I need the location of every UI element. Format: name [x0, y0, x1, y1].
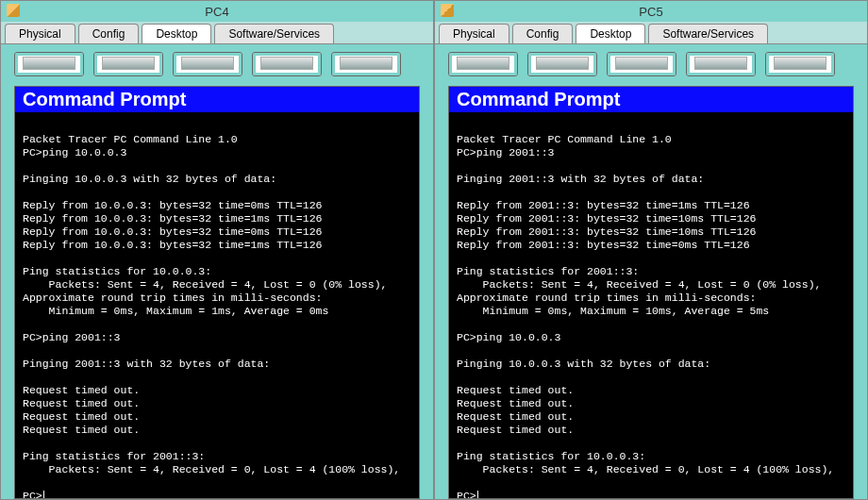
tab-config[interactable]: Config	[78, 24, 140, 43]
window-pc4: PC4 Physical Config Desktop Software/Ser…	[0, 0, 434, 500]
desktop-area: Command Prompt Packet Tracer PC Command …	[435, 44, 867, 499]
titlebar[interactable]: PC4	[1, 1, 433, 22]
command-prompt-window: Command Prompt Packet Tracer PC Command …	[14, 86, 420, 499]
window-title: PC4	[205, 5, 228, 19]
tab-software-services[interactable]: Software/Services	[214, 24, 334, 43]
tabs: Physical Config Desktop Software/Service…	[1, 22, 433, 44]
desktop-icon[interactable]	[686, 52, 756, 76]
command-prompt-window: Command Prompt Packet Tracer PC Command …	[448, 86, 854, 499]
desktop-icon[interactable]	[448, 52, 518, 76]
window-pc5: PC5 Physical Config Desktop Software/Ser…	[434, 0, 868, 500]
command-prompt-title: Command Prompt	[449, 87, 853, 112]
desktop-icon[interactable]	[14, 52, 84, 76]
app-icon	[7, 4, 20, 17]
app-icon	[441, 4, 454, 17]
tab-physical[interactable]: Physical	[439, 24, 509, 43]
desktop-icon[interactable]	[527, 52, 597, 76]
tab-physical[interactable]: Physical	[5, 24, 75, 43]
desktop-icon[interactable]	[173, 52, 242, 76]
desktop-icon[interactable]	[331, 52, 401, 76]
desktop-area: Command Prompt Packet Tracer PC Command …	[1, 44, 433, 499]
command-prompt-title: Command Prompt	[15, 87, 419, 112]
terminal-output[interactable]: Packet Tracer PC Command Line 1.0 PC>pin…	[15, 112, 419, 498]
desktop-icon[interactable]	[607, 52, 676, 76]
desktop-iconbar	[448, 52, 854, 80]
desktop-icon[interactable]	[252, 52, 322, 76]
tabs: Physical Config Desktop Software/Service…	[435, 22, 867, 44]
tab-config[interactable]: Config	[512, 24, 574, 43]
window-title: PC5	[639, 5, 662, 19]
titlebar[interactable]: PC5	[435, 1, 867, 22]
tab-desktop[interactable]: Desktop	[576, 24, 645, 43]
desktop-iconbar	[14, 52, 420, 80]
desktop-icon[interactable]	[765, 52, 835, 76]
terminal-output[interactable]: Packet Tracer PC Command Line 1.0 PC>pin…	[449, 112, 853, 498]
tab-desktop[interactable]: Desktop	[142, 24, 211, 43]
desktop-icon[interactable]	[93, 52, 163, 76]
tab-software-services[interactable]: Software/Services	[648, 24, 768, 43]
